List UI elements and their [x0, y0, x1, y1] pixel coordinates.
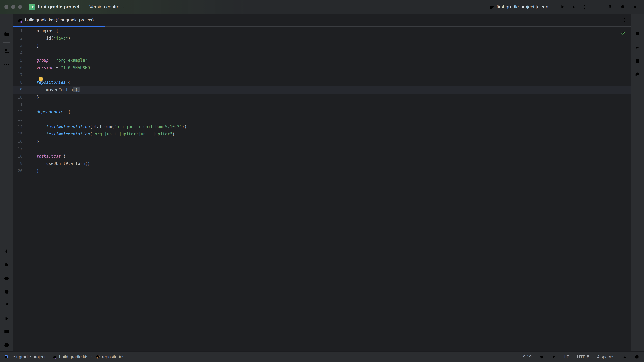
line-number[interactable]: 15: [13, 130, 23, 138]
vcs-menu[interactable]: Version control: [90, 4, 127, 9]
code-line[interactable]: 8repositories {: [13, 79, 631, 86]
more-actions-button[interactable]: [581, 3, 588, 10]
code-line[interactable]: 3}: [13, 42, 631, 49]
gradle-tool-window-button[interactable]: [634, 71, 640, 77]
line-number[interactable]: 17: [13, 145, 23, 152]
code-text: useJUnitPlatform(): [36, 160, 90, 167]
breadcrumb-file[interactable]: build.gradle.kts: [53, 354, 88, 360]
database-tool-window-button[interactable]: [634, 58, 640, 64]
encoding-widget[interactable]: UTF-8: [577, 354, 589, 360]
code-line[interactable]: 20}: [13, 167, 631, 175]
code-line[interactable]: 11: [13, 101, 631, 108]
line-number[interactable]: 9: [13, 86, 23, 93]
intention-lightbulb-icon[interactable]: [38, 77, 43, 81]
line-number[interactable]: 3: [13, 42, 23, 49]
chevron-down-icon: [551, 5, 555, 9]
code-with-me-button[interactable]: [607, 3, 614, 10]
inspection-ok-check-icon: [620, 29, 626, 36]
capsule-dots-icon: [4, 275, 10, 281]
plugins-tool-window-button[interactable]: [4, 275, 10, 281]
code-line[interactable]: 10}: [13, 93, 631, 101]
line-number[interactable]: 4: [13, 49, 23, 57]
project-name: first-gradle-project: [38, 4, 80, 9]
droplet-status-button[interactable]: [539, 355, 544, 359]
run-configuration-selector[interactable]: first-gradle-project [clean]: [489, 4, 556, 9]
code-line[interactable]: 4: [13, 49, 631, 57]
code-line[interactable]: 7: [13, 71, 631, 79]
inspections-widget[interactable]: [620, 29, 626, 36]
line-number[interactable]: 5: [13, 57, 23, 64]
code-line[interactable]: 19 useJUnitPlatform(): [13, 160, 631, 167]
window-controls: [4, 5, 22, 9]
notifications-status-button[interactable]: [634, 355, 639, 359]
ai-assistant-status-button[interactable]: [552, 355, 556, 359]
terminal-tool-window-button[interactable]: [4, 329, 10, 335]
breadcrumb-project[interactable]: first-gradle-project: [4, 354, 46, 360]
window-minimize-button[interactable]: [11, 5, 15, 9]
run-tool-window-button[interactable]: [4, 316, 10, 322]
search-everywhere-button[interactable]: [619, 3, 626, 10]
line-number[interactable]: 7: [13, 71, 23, 79]
line-number[interactable]: 19: [13, 160, 23, 167]
code-line[interactable]: 16}: [13, 138, 631, 145]
code-line[interactable]: 17: [13, 145, 631, 152]
line-number[interactable]: 12: [13, 108, 23, 116]
window-maximize-button[interactable]: [18, 5, 22, 9]
project-tool-window-button[interactable]: [4, 31, 10, 37]
tab-options-button[interactable]: [622, 17, 627, 23]
line-number[interactable]: 18: [13, 152, 23, 160]
line-number[interactable]: 6: [13, 64, 23, 71]
hammer-icon: [4, 302, 10, 308]
caret-position-widget[interactable]: 9:19: [523, 354, 532, 360]
code-line[interactable]: 2 id("java"): [13, 34, 631, 42]
code-line[interactable]: 5group = "org.example": [13, 57, 631, 64]
stripe-divider: [3, 42, 10, 42]
line-number[interactable]: 11: [13, 101, 23, 108]
line-number[interactable]: 14: [13, 123, 23, 130]
ai-assistant-tool-window-button[interactable]: [634, 44, 640, 51]
code-editor[interactable]: 1plugins {2 id("java")3}45group = "org.e…: [13, 27, 631, 352]
ai-actions-button[interactable]: [4, 248, 10, 254]
code-line[interactable]: 18tasks.test {: [13, 152, 631, 160]
services-tool-window-button[interactable]: [4, 289, 10, 295]
code-line[interactable]: 6version = "1.0-SNAPSHOT": [13, 64, 631, 71]
breadcrumb-chevron: ›: [91, 354, 93, 360]
code-line[interactable]: 14 testImplementation(platform("org.juni…: [13, 123, 631, 130]
more-tool-windows-button[interactable]: [4, 62, 10, 68]
code-text: plugins {: [36, 27, 58, 34]
editor-tab-bar: build.gradle.kts (first-gradle-project): [13, 13, 631, 27]
line-number[interactable]: 20: [13, 167, 23, 175]
line-number[interactable]: 13: [13, 116, 23, 123]
line-number[interactable]: 10: [13, 93, 23, 101]
commit-tool-window-button[interactable]: [4, 48, 10, 54]
settings-button[interactable]: [632, 3, 639, 10]
tab-build-gradle-kts[interactable]: build.gradle.kts (first-gradle-project): [14, 13, 106, 26]
breadcrumb-element[interactable]: repositories: [96, 354, 124, 360]
build-tool-window-button[interactable]: [4, 302, 10, 308]
debug-button[interactable]: [570, 3, 577, 10]
line-number[interactable]: 8: [13, 79, 23, 86]
window-close-button[interactable]: [4, 5, 8, 9]
close-icon: [97, 18, 101, 22]
indent-widget[interactable]: 4 spaces: [597, 354, 614, 360]
code-line[interactable]: 12dependencies {: [13, 108, 631, 116]
code-text: dependencies {: [36, 108, 70, 116]
line-number[interactable]: 1: [13, 27, 23, 34]
breadcrumb-label: first-gradle-project: [10, 354, 46, 360]
readonly-toggle[interactable]: [622, 355, 627, 359]
line-number[interactable]: 2: [13, 34, 23, 42]
problems-tool-window-button[interactable]: [4, 342, 10, 348]
code-line[interactable]: 15 testImplementation("org.junit.jupiter…: [13, 130, 631, 138]
code-line[interactable]: 1plugins {: [13, 27, 631, 34]
code-line[interactable]: 9 mavenCentral(): [13, 86, 631, 93]
find-tool-window-button[interactable]: [4, 262, 10, 268]
line-separator-widget[interactable]: LF: [564, 354, 569, 360]
line-number[interactable]: 16: [13, 138, 23, 145]
folder-icon: [4, 31, 10, 37]
tab-close-button[interactable]: [97, 18, 101, 22]
notifications-button[interactable]: [634, 31, 640, 37]
run-button[interactable]: [559, 3, 566, 10]
person-plus-icon: [608, 4, 613, 10]
code-line[interactable]: 13: [13, 116, 631, 123]
project-menu[interactable]: first-gradle-project: [38, 4, 86, 9]
